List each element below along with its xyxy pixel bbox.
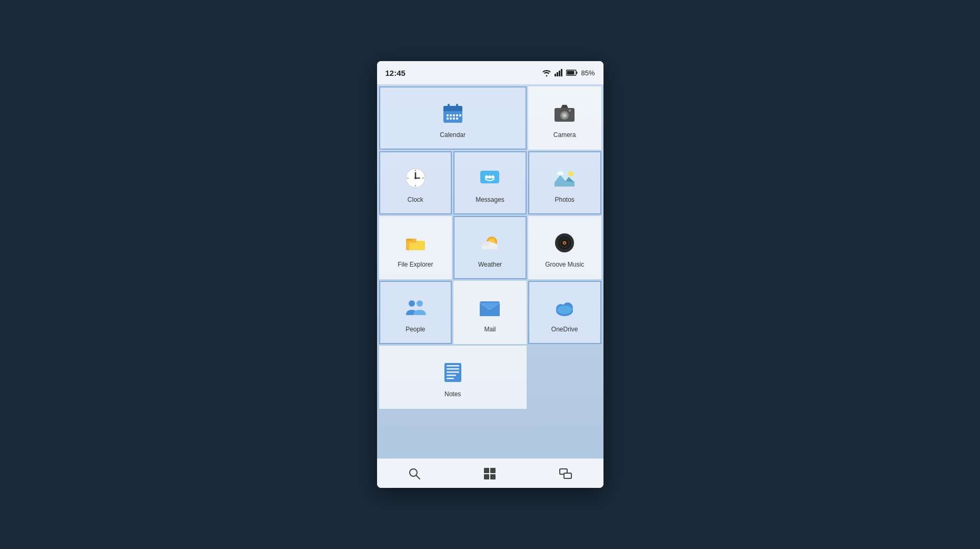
svg-rect-10 <box>448 104 450 108</box>
svg-rect-75 <box>484 468 489 473</box>
svg-rect-72 <box>447 365 459 367</box>
tile-weather[interactable]: Weather <box>453 216 527 279</box>
svg-rect-0 <box>555 74 556 76</box>
svg-rect-14 <box>453 114 455 116</box>
clock-label: Clock <box>408 196 423 203</box>
nav-bar <box>377 458 603 488</box>
svg-rect-9 <box>443 109 462 111</box>
svg-rect-17 <box>447 117 449 120</box>
svg-rect-68 <box>447 368 459 370</box>
onedrive-label: OneDrive <box>551 326 578 333</box>
svg-point-42 <box>557 171 563 175</box>
search-button[interactable] <box>402 461 427 486</box>
svg-point-25 <box>569 110 571 112</box>
tile-calendar[interactable]: Calendar <box>379 86 527 150</box>
svg-rect-76 <box>490 468 496 473</box>
notes-icon <box>439 359 467 386</box>
status-icons: 85% <box>542 69 595 77</box>
clock-icon <box>402 164 429 192</box>
status-bar: 12:45 85% <box>377 61 603 84</box>
svg-rect-19 <box>453 117 455 120</box>
weather-label: Weather <box>478 261 502 268</box>
phone-container: 12:45 85% <box>377 61 603 488</box>
svg-rect-70 <box>447 375 456 376</box>
svg-rect-6 <box>577 72 578 74</box>
tile-fileexplorer[interactable]: File Explorer <box>379 216 452 279</box>
svg-rect-12 <box>447 114 449 116</box>
svg-rect-50 <box>482 246 498 249</box>
tile-messages[interactable]: Messages <box>453 151 527 214</box>
calendar-icon <box>439 100 467 127</box>
notes-label: Notes <box>444 390 461 398</box>
fileexplorer-icon <box>402 229 429 257</box>
tile-camera[interactable]: Camera <box>528 86 601 150</box>
tile-people[interactable]: People <box>379 281 452 344</box>
tile-mail[interactable]: Mail <box>453 281 527 344</box>
photos-icon <box>551 164 578 192</box>
tile-clock[interactable]: Clock <box>379 151 452 214</box>
app-grid: Calendar Camera <box>379 86 601 409</box>
signal-icon <box>555 69 563 76</box>
svg-point-60 <box>409 300 415 307</box>
weather-icon <box>476 229 503 257</box>
svg-rect-71 <box>447 378 454 379</box>
svg-rect-69 <box>447 371 459 373</box>
svg-rect-2 <box>559 71 560 76</box>
svg-rect-1 <box>557 72 558 76</box>
svg-rect-3 <box>561 69 562 76</box>
camera-icon <box>551 100 578 127</box>
taskview-button[interactable] <box>553 461 578 486</box>
svg-point-36 <box>485 175 488 179</box>
tile-photos[interactable]: Photos <box>528 151 601 214</box>
svg-point-59 <box>564 242 566 244</box>
svg-rect-15 <box>456 114 458 116</box>
svg-point-34 <box>414 177 417 179</box>
svg-point-38 <box>491 175 494 179</box>
svg-rect-78 <box>490 474 496 479</box>
messages-label: Messages <box>476 196 504 203</box>
svg-rect-16 <box>459 114 461 116</box>
svg-rect-20 <box>456 117 458 120</box>
svg-point-24 <box>563 114 566 117</box>
battery-percent: 85% <box>581 69 595 77</box>
onedrive-icon <box>551 294 578 321</box>
wifi-icon <box>542 69 551 76</box>
svg-point-61 <box>417 300 423 307</box>
photos-label: Photos <box>555 196 574 203</box>
app-grid-wrapper: Calendar Camera <box>377 84 603 458</box>
svg-line-74 <box>417 475 420 479</box>
svg-rect-18 <box>450 117 452 120</box>
svg-rect-80 <box>564 473 571 478</box>
calendar-label: Calendar <box>440 131 466 139</box>
svg-point-66 <box>557 306 572 314</box>
battery-icon <box>566 70 578 76</box>
svg-point-37 <box>488 175 491 179</box>
people-icon <box>402 294 429 321</box>
svg-rect-13 <box>450 114 452 116</box>
svg-rect-11 <box>456 104 458 108</box>
tile-notes[interactable]: Notes <box>379 346 527 409</box>
start-button[interactable] <box>477 461 502 486</box>
mail-label: Mail <box>484 326 496 333</box>
status-time: 12:45 <box>385 68 405 77</box>
fileexplorer-label: File Explorer <box>398 261 433 268</box>
tile-groovemusic[interactable]: Groove Music <box>528 216 601 279</box>
people-label: People <box>405 326 425 333</box>
tile-onedrive[interactable]: OneDrive <box>528 281 601 344</box>
svg-rect-77 <box>484 474 489 479</box>
svg-point-41 <box>568 171 573 177</box>
groovemusic-icon <box>551 229 578 257</box>
mail-icon <box>476 294 503 321</box>
camera-label: Camera <box>553 131 576 139</box>
messages-icon <box>476 164 503 192</box>
svg-rect-5 <box>567 71 575 75</box>
groovemusic-label: Groove Music <box>545 261 584 268</box>
